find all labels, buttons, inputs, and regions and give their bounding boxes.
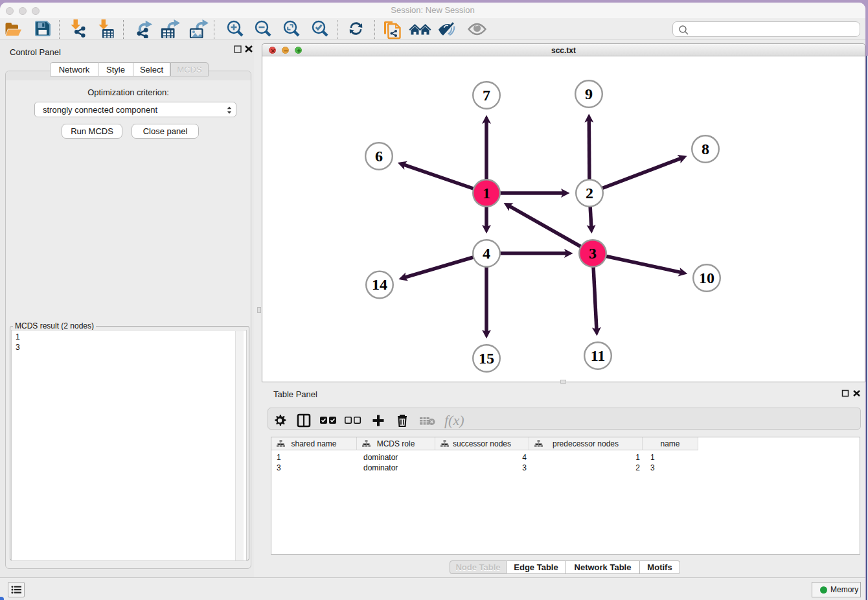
svg-text:11: 11 <box>591 347 606 364</box>
svg-text:4: 4 <box>483 245 490 262</box>
svg-text:7: 7 <box>483 87 490 104</box>
svg-text:1: 1 <box>483 185 490 202</box>
svg-text:14: 14 <box>372 276 387 293</box>
svg-text:15: 15 <box>479 350 494 367</box>
svg-text:8: 8 <box>702 141 709 157</box>
svg-text:10: 10 <box>699 270 714 286</box>
svg-text:2: 2 <box>586 185 593 202</box>
svg-text:3: 3 <box>589 245 597 262</box>
svg-text:6: 6 <box>375 148 383 165</box>
svg-text:9: 9 <box>585 86 593 102</box>
